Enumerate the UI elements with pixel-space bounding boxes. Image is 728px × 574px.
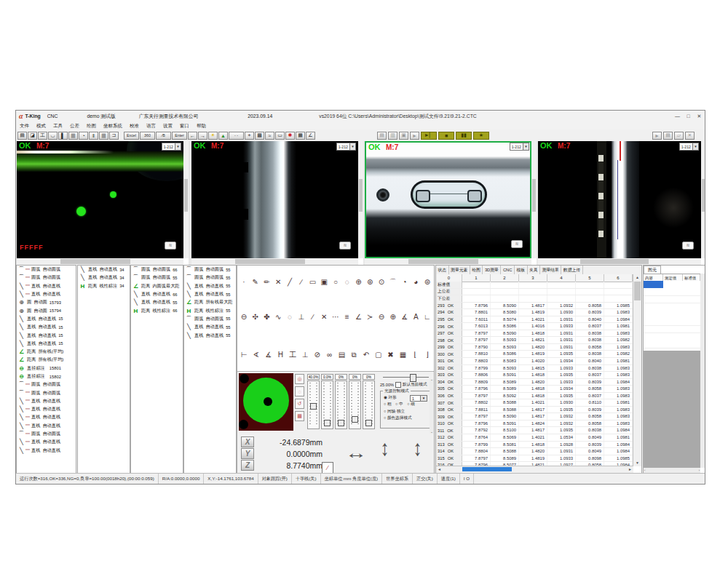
measure-tool-icon[interactable]: ◌ bbox=[342, 277, 352, 287]
measure-tool-icon[interactable]: ▭ bbox=[308, 277, 318, 287]
feature-list-item[interactable]: ⊕ 圆 自动圆 15794 bbox=[17, 306, 76, 314]
toolbar-button-icon[interactable]: ▤ bbox=[663, 132, 673, 140]
feature-list-item[interactable]: ⊖ 直径标注 15801 bbox=[17, 364, 76, 372]
measure-tool-icon[interactable]: ∕ bbox=[308, 312, 318, 322]
chevron-down-icon[interactable]: ▼ bbox=[349, 143, 355, 150]
feature-list-item[interactable]: ⊕ 圆 自动圆 15793 bbox=[17, 298, 76, 306]
measure-tool-icon[interactable]: ✤ bbox=[262, 312, 272, 322]
feature-list-item[interactable]: ╲ 直线 自动直线 66 bbox=[131, 290, 183, 298]
resize-grip-icon[interactable]: ≋ bbox=[682, 242, 694, 250]
results-tab[interactable]: 夹具 bbox=[528, 266, 541, 274]
measure-tool-icon[interactable]: ≻ bbox=[365, 312, 375, 322]
feature-list-item[interactable]: ⌒ *** 圆弧 自动圆弧 bbox=[17, 388, 76, 396]
table-row[interactable]: 314 OK 7.8804 8.5088 1.4820 1.0931 0.804… bbox=[436, 448, 633, 455]
feature-list-item[interactable]: ╲ 直线 自动直线 15 bbox=[17, 315, 76, 323]
camera-horizontal-scrollbar[interactable] bbox=[17, 258, 183, 265]
results-tab[interactable]: CNC bbox=[501, 266, 515, 274]
feature-list-item[interactable]: ╲ *** 直线 自动直线 bbox=[17, 290, 76, 298]
table-row[interactable]: 310 OK 7.8796 8.5091 1.4824 1.0932 0.805… bbox=[436, 420, 633, 428]
menu-item[interactable]: 绘图 bbox=[83, 121, 100, 129]
feature-list-item[interactable]: ╲ 直线 自动直线 15 bbox=[17, 340, 76, 348]
light-radio-option[interactable]: ○ 同轴·独立 bbox=[381, 407, 431, 415]
element-tab[interactable]: 图元 bbox=[644, 266, 661, 274]
light-channel-slider[interactable]: 0% bbox=[349, 374, 361, 429]
close-button[interactable]: ✕ bbox=[694, 111, 705, 121]
measure-tool-icon[interactable]: ⊖ bbox=[376, 312, 387, 322]
toolbar-button-icon[interactable]: ✱ bbox=[285, 132, 295, 140]
light-mode-icon[interactable]: ◎ bbox=[295, 374, 304, 384]
toolbar-button-icon[interactable]: ‖ bbox=[89, 132, 98, 140]
toolbar-button-icon[interactable]: ⌖ bbox=[245, 132, 254, 140]
run-control-button[interactable]: ▤ bbox=[377, 132, 387, 140]
results-tab[interactable]: 测量元素 bbox=[449, 266, 470, 274]
slider-thumb[interactable] bbox=[310, 403, 317, 410]
menu-item[interactable]: 工具 bbox=[50, 121, 66, 129]
measure-tool-icon[interactable]: ✎ bbox=[250, 277, 261, 287]
camera-vertical-scrollbar[interactable] bbox=[183, 141, 189, 258]
table-row[interactable]: 312 OK 7.8764 8.5069 1.4021 1.0534 0.804… bbox=[436, 434, 633, 442]
menu-item[interactable]: 窗口 bbox=[176, 121, 193, 129]
camera-2-video[interactable]: OK M:7 ≋ bbox=[191, 141, 358, 258]
menu-item[interactable]: 帮助 bbox=[193, 121, 210, 129]
toolbar-button-icon[interactable]: Excel bbox=[124, 132, 139, 140]
measure-tool-icon[interactable]: H bbox=[275, 350, 285, 360]
measure-tool-icon[interactable]: ↶ bbox=[361, 350, 371, 360]
feature-list-item[interactable]: ⌒ *** 圆弧 自动圆弧 bbox=[17, 430, 76, 438]
run-control-button[interactable]: ▣ bbox=[399, 132, 408, 140]
light-panel-scrollbar[interactable]: ⌃⌄ bbox=[430, 379, 434, 434]
measure-tool-icon[interactable]: ⊙ bbox=[376, 277, 387, 287]
measure-tool-icon[interactable]: ✏ bbox=[262, 277, 272, 287]
measure-tool-icon[interactable]: ∢ bbox=[251, 350, 261, 360]
toolbar-button-icon[interactable]: ▌ bbox=[58, 132, 68, 140]
table-row[interactable]: 下公差 bbox=[436, 295, 633, 303]
feature-list-item[interactable]: ╲ 直线 自动直线 55 bbox=[184, 331, 236, 339]
feature-list-item[interactable]: ⌒ 圆弧 自动圆弧 55 bbox=[131, 274, 183, 282]
light-channel-slider[interactable]: 0% bbox=[363, 374, 375, 429]
table-row[interactable]: 313 OK 7.8799 8.5081 1.4818 1.0928 0.803… bbox=[436, 442, 633, 449]
camera-horizontal-scrollbar[interactable] bbox=[191, 258, 358, 265]
table-row[interactable]: 298 OK 7.8797 8.5093 1.4821 1.0931 0.803… bbox=[436, 337, 633, 344]
results-tab[interactable]: 绘图 bbox=[470, 266, 483, 274]
toolbar-button-icon[interactable]: ◡ bbox=[48, 132, 58, 140]
measure-tool-icon[interactable]: ⌋ bbox=[422, 350, 432, 360]
measure-tool-icon[interactable]: ⊥ bbox=[300, 350, 310, 360]
feature-list-item[interactable]: ⌒ 圆弧 自动圆弧 55 bbox=[184, 274, 236, 282]
toolbar-button-icon[interactable]: ▦ bbox=[296, 132, 305, 140]
feature-list-item[interactable]: ⌒ 圆弧 自动圆弧 66 bbox=[131, 266, 183, 274]
toolbar-button-icon[interactable]: ▱ bbox=[674, 132, 684, 140]
column-header[interactable]: 3 bbox=[519, 274, 547, 282]
slider-track[interactable] bbox=[307, 380, 320, 429]
column-header[interactable]: 6 bbox=[604, 274, 633, 282]
run-control-button[interactable]: ★ bbox=[473, 132, 489, 140]
toolbar-button-icon[interactable]: ☀ bbox=[208, 132, 218, 140]
measure-tool-icon[interactable]: ∡ bbox=[264, 350, 274, 360]
feature-list-item[interactable]: ⌒ 圆弧 自动圆弧 55 bbox=[184, 315, 236, 323]
measure-tool-icon[interactable]: ⧉ bbox=[349, 350, 359, 360]
camera-horizontal-scrollbar[interactable] bbox=[365, 258, 531, 265]
table-row[interactable]: 上公差 bbox=[436, 289, 633, 296]
light-mode-icon[interactable]: ↺ bbox=[295, 399, 304, 409]
run-control-button[interactable]: ▥ bbox=[388, 132, 397, 140]
camera-panel-2[interactable]: OK M:7 ≋ 1-212 ▼ bbox=[191, 141, 363, 265]
camera-4-video[interactable]: OK M:7 ≋ bbox=[538, 141, 701, 258]
table-row[interactable]: 293 OK 7.8796 8.5090 1.4817 1.0932 0.805… bbox=[436, 303, 633, 310]
measure-tool-icon[interactable]: ◕ bbox=[411, 277, 421, 287]
measure-tool-icon[interactable]: ⊢ bbox=[239, 350, 249, 360]
feature-list-item[interactable]: ⌒ 圆弧 自动圆弧 55 bbox=[184, 266, 236, 274]
toolbar-button-icon[interactable]: 工 bbox=[38, 132, 47, 140]
menu-item[interactable]: 设置 bbox=[159, 121, 176, 129]
feature-list-item[interactable]: ∠ 距离 所有线(平均) bbox=[17, 356, 76, 364]
camera-panel-1[interactable]: OK M:7 FFFFF ≋ 1-212 ▼ bbox=[17, 141, 189, 265]
table-row[interactable]: 311 OK 7.8792 8.5100 1.4817 1.0935 0.803… bbox=[436, 427, 633, 434]
column-header[interactable]: 5 bbox=[576, 274, 604, 282]
menu-item[interactable]: 模式 bbox=[33, 121, 50, 129]
measure-tool-icon[interactable]: ◔ bbox=[400, 277, 410, 287]
measure-tool-icon[interactable]: · bbox=[239, 277, 249, 287]
scrollbar-thumb[interactable] bbox=[462, 467, 512, 471]
measure-tool-icon[interactable]: 工 bbox=[288, 350, 298, 360]
measure-tool-icon[interactable]: ⊛ bbox=[365, 277, 375, 287]
column-header[interactable]: 1 bbox=[462, 274, 491, 282]
measure-tool-icon[interactable]: ⌊ bbox=[410, 350, 420, 360]
feature-list-item[interactable]: ╲ 直线 自动直线 55 bbox=[184, 282, 236, 290]
feature-list-item[interactable]: ╲ *** 直线 自动直线 bbox=[17, 447, 76, 455]
